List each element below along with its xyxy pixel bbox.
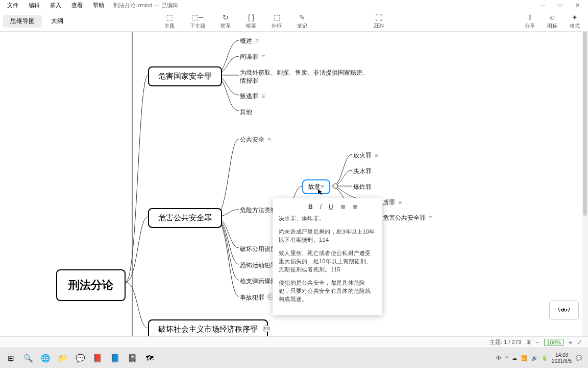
child-count-economic: 53 [263,325,270,332]
leaf-explosion[interactable]: 爆炸罪 [353,183,372,192]
node-root[interactable]: 刑法分论 [56,269,126,301]
start-button[interactable]: ⊞ [2,351,19,366]
junction-circle[interactable] [333,183,338,189]
fit-button[interactable]: ⤢ [577,339,582,346]
note-indicator-icon: ≡ [255,37,259,44]
leaf-state-secrets2[interactable]: 情报罪 [240,77,258,85]
subtopic-icon: ⬚─ [192,13,204,21]
leaf-public-safety[interactable]: 公共安全≡ [240,135,271,144]
taskbar-onenote[interactable]: 📓 [124,351,141,366]
menu-help[interactable]: 帮助 [88,2,109,9]
leaf-accidents[interactable]: 事故犯罪 [240,293,264,302]
tool-note[interactable]: ✎笔记 [297,13,307,30]
smiley-icon: ☺ [549,13,556,21]
taskbar-xmind[interactable]: 🗺 [141,351,158,366]
menu-edit[interactable]: 编辑 [23,2,45,9]
numbered-list-button[interactable]: ≣ [353,203,358,211]
zoom-level[interactable]: 100% [544,339,564,346]
scrollbar-thumb[interactable] [583,32,587,216]
note-indicator-icon: ≡ [398,199,402,206]
tray-cloud-icon[interactable]: ☁ [512,355,517,361]
leaf-state-secrets1[interactable]: 为境外窃取、刺探、售卖、非法提供国家秘密、 [240,68,369,77]
note-text-3[interactable]: 致人重伤、死亡或者使公私财产遭受重大损失的，处10年以上有期徒刑、无期徒刑或者死… [279,249,376,274]
tool-summary[interactable]: { }概要 [246,13,256,30]
leaf-weapons[interactable]: 枪支弹药爆炸 [240,277,277,286]
note-text-2[interactable]: 尚未造成严重后果的，处3年以上10年以下有期徒刑。114 [279,228,376,244]
note-text-1[interactable]: 决水罪、爆炸罪。 [279,215,376,223]
leaf-public-facilities[interactable]: 破坏公用设施 [240,245,277,254]
note-indicator-icon: ≡ [375,152,378,159]
tray-wifi-icon[interactable]: 📶 [521,355,527,361]
tool-format[interactable]: ✦格式 [570,13,580,30]
ime-indicator[interactable]: 中 [496,355,501,362]
underline-button[interactable]: U [329,203,333,211]
tool-relation[interactable]: ↻联系 [220,13,231,30]
tab-mindmap[interactable]: 思维导图 [3,15,42,28]
tool-subtopic[interactable]: ⬚─子主题 [190,13,205,30]
leaf-defection[interactable]: 叛逃罪≡ [240,92,265,101]
window-close[interactable]: ✕ [569,2,586,9]
menu-insert[interactable]: 插入 [45,2,66,9]
tray-chevron-icon[interactable]: ^ [505,355,508,361]
taskbar-chrome[interactable]: 🌐 [37,351,54,366]
tool-zen[interactable]: ⛶ZEN [374,14,384,29]
note-popup: B I U ≣ ≣ 决水罪、爆炸罪。 尚未造成严重后果的，处3年以上10年以下有… [273,198,382,315]
zoom-out-button[interactable]: − [536,339,539,346]
windows-taskbar: ⊞ 🔍 🌐 📁 💬 📕 📘 📓 🗺 中 ^ ☁ 📶 🔊 🔋 14:032021/… [0,348,588,368]
menu-view[interactable]: 查看 [66,2,88,9]
bold-button[interactable]: B [308,203,313,211]
menu-file[interactable]: 文件 [2,2,23,9]
bullet-list-button[interactable]: ≣ [340,203,346,211]
cursor-icon [317,189,324,195]
tray-battery-icon[interactable]: 🔋 [542,355,548,361]
search-button[interactable]: 🔍 [19,351,37,366]
assistant-widget[interactable]: ʕ•ᴥ•ʔ [549,301,579,320]
note-indicator-icon: ≡ [267,136,271,143]
tray-clock[interactable]: 14:032021/6/5 [552,352,572,364]
tray-notifications-icon[interactable]: 💬 [576,355,582,361]
note-text-4[interactable]: 侵犯的是公共安全，都是具体危险犯，只要对公共安全有具体的危险就构成既遂。 [279,279,376,304]
taskbar-word[interactable]: 📘 [106,351,124,366]
note-indicator-icon: ≡ [429,214,432,221]
tool-topic[interactable]: ⬚主题 [164,13,175,30]
leaf-other[interactable]: 其他 [240,108,252,117]
leaf-overview[interactable]: 概述≡ [240,37,259,45]
topic-count: 主题: 1 / 273 [489,338,521,346]
note-indicator-icon: ≡ [261,93,265,100]
italic-button[interactable]: I [320,203,322,211]
leaf-endanger-public[interactable]: 危害公共安全罪≡ [383,214,432,222]
topic-icon: ⬚ [166,13,173,21]
leaf-arson[interactable]: 放火罪≡ [353,151,378,160]
mindmap-canvas[interactable]: 刑法分论 危害国家安全罪 危害公共安全罪 破坏社会主义市场经济秩序罪 53 概述… [0,32,588,348]
relation-icon: ↻ [223,13,229,21]
leaf-hostage[interactable]: 质罪≡ [383,198,402,207]
node-national-security[interactable]: 危害国家安全罪 [148,66,222,86]
window-minimize[interactable]: — [534,2,551,9]
window-maximize[interactable]: □ [551,2,569,9]
leaf-dangerous-methods[interactable]: 危险方法类犯 [240,206,277,215]
tool-iconset[interactable]: ☺图标 [547,13,557,30]
zen-icon: ⛶ [375,14,382,22]
taskbar-app1[interactable]: 📕 [89,351,106,366]
scrollbar-vertical[interactable] [582,32,588,348]
share-icon: ⇪ [527,13,533,21]
leaf-spy[interactable]: 间谍罪≡ [240,53,265,61]
zoom-in-button[interactable]: + [569,339,572,346]
taskbar-wechat[interactable]: 💬 [71,351,89,366]
tool-boundary[interactable]: ⬚外框 [272,13,282,30]
leaf-terrorism[interactable]: 恐怖活动犯罪 [240,261,277,270]
tool-share[interactable]: ⇪分享 [525,13,535,30]
leaf-flooding[interactable]: 决水罪 [353,167,372,176]
note-icon: ✎ [299,13,305,21]
map-view-icon[interactable]: ⊞ [526,339,531,346]
status-bar: 主题: 1 / 273 ⊞ − 100% + ⤢ [0,336,588,348]
format-icon: ✦ [572,13,578,21]
document-title: 刑法分论.xmind — 已编辑 [113,2,178,9]
canvas-ruler [132,32,133,348]
tray-volume-icon[interactable]: 🔊 [531,355,537,361]
note-indicator-icon: ≡ [261,53,265,60]
node-public-safety[interactable]: 危害公共安全罪 [148,208,222,228]
taskbar-explorer[interactable]: 📁 [54,351,71,366]
node-intentional-selected[interactable]: 故意≡ [302,179,330,194]
tab-outline[interactable]: 大纲 [44,15,70,28]
